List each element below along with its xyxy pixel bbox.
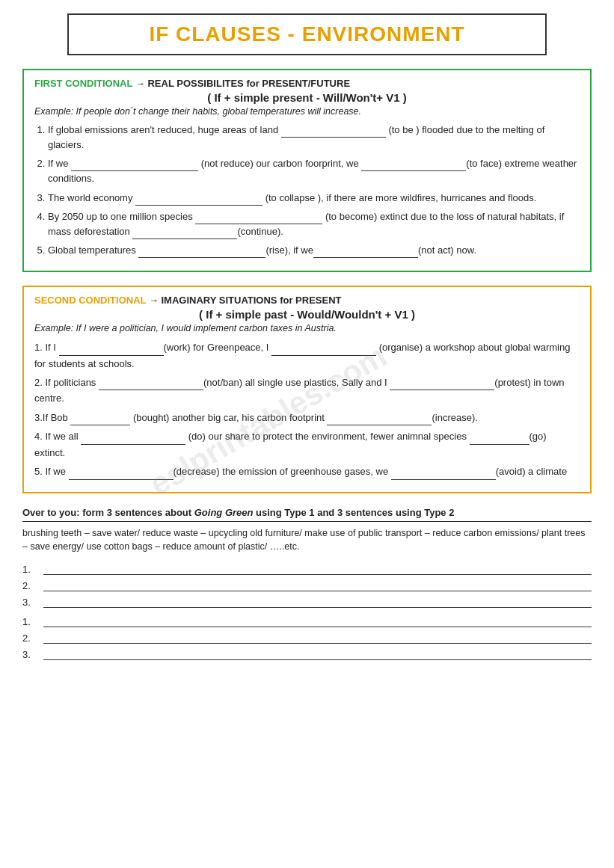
exercise-item: If global emissions aren't reduced, huge…	[48, 123, 580, 153]
writing-label-5: 2.	[22, 632, 39, 644]
writing-label-1: 1.	[22, 564, 39, 575]
blank	[69, 470, 174, 480]
first-conditional-example: Example: If people don´t change their ha…	[34, 106, 580, 117]
first-conditional-header: FIRST CONDITIONAL → REAL POSSIBILITES fo…	[34, 78, 580, 89]
page-title: IF CLAUSES - ENVIRONMENT	[149, 22, 464, 46]
exercise-item: 1. If I (work) for Greenpeace, I (organi…	[34, 339, 580, 372]
blank	[271, 345, 376, 356]
exercise-item: 3.If Bob (bought) another big car, his c…	[34, 410, 580, 425]
exercise-item: 4. If we all (do) our share to protect t…	[34, 428, 580, 461]
exercise-item: If we (not reduce) our carbon foorprint,…	[48, 156, 580, 186]
first-conditional-section: FIRST CONDITIONAL → REAL POSSIBILITES fo…	[22, 69, 592, 272]
first-conditional-exercises: If global emissions aren't reduced, huge…	[34, 123, 580, 258]
blank	[132, 229, 237, 239]
blank	[81, 434, 185, 445]
second-conditional-description: → IMAGINARY SITUATIONS for PRESENT	[149, 295, 342, 306]
blank	[138, 247, 265, 258]
first-conditional-description: → REAL POSSIBILITES for PRESENT/FUTURE	[135, 78, 350, 89]
second-conditional-formula: ( If + simple past - Would/Wouldn't + V1…	[34, 308, 580, 321]
over-to-you-section: Over to you: form 3 sentences about Goin…	[22, 507, 592, 661]
writing-item-2: 2.	[22, 579, 592, 591]
writing-line-3	[43, 596, 592, 608]
second-conditional-section: SECOND CONDITIONAL → IMAGINARY SITUATION…	[22, 286, 592, 493]
blank	[70, 415, 130, 425]
type2-writing-group: 1. 2. 3.	[22, 615, 592, 660]
first-conditional-label: FIRST CONDITIONAL	[34, 78, 132, 89]
blank	[390, 380, 494, 390]
type1-writing-group: 1. 2. 3.	[22, 563, 592, 608]
writing-label-3: 3.	[22, 597, 39, 608]
exercise-item: 5. If we (decrease) the emission of gree…	[34, 464, 580, 479]
writing-item-4: 1.	[22, 615, 592, 627]
blank	[470, 434, 529, 445]
blank	[391, 470, 496, 480]
vocab-line: brushing teeth – save water/ reduce wast…	[22, 526, 592, 555]
over-to-you-header: Over to you: form 3 sentences about Goin…	[22, 507, 592, 522]
blank	[195, 214, 322, 224]
title-box: IF CLAUSES - ENVIRONMENT	[67, 13, 547, 55]
exercise-item: Global temperatures (rise), if we(not ac…	[48, 243, 580, 258]
blank	[135, 195, 263, 206]
writing-label-6: 3.	[22, 649, 39, 660]
writing-line-6	[43, 648, 592, 660]
writing-item-1: 1.	[22, 563, 592, 575]
blank	[71, 161, 198, 171]
writing-line-5	[43, 632, 592, 644]
blank	[281, 127, 386, 138]
exercise-item: By 2050 up to one million species (to be…	[48, 209, 580, 239]
second-conditional-exercises: 1. If I (work) for Greenpeace, I (organi…	[34, 339, 580, 480]
oty-italic: Going Green	[194, 507, 254, 518]
second-conditional-example: Example: If I were a politician, I would…	[34, 323, 580, 333]
exercise-item: The world economy (to collapse ), if the…	[48, 191, 580, 206]
writing-item-5: 2.	[22, 632, 592, 644]
blank	[327, 415, 432, 425]
writing-line-2	[43, 579, 592, 591]
writing-item-6: 3.	[22, 648, 592, 660]
writing-line-4	[43, 615, 592, 627]
oty-label: Over to you: form 3 sentences about	[22, 507, 194, 518]
second-conditional-label: SECOND CONDITIONAL	[34, 295, 146, 306]
second-conditional-header: SECOND CONDITIONAL → IMAGINARY SITUATION…	[34, 295, 580, 306]
blank	[361, 161, 466, 171]
writing-line-1	[43, 563, 592, 575]
writing-label-2: 2.	[22, 580, 39, 591]
first-conditional-formula: ( If + simple present - Will/Won't+ V1 )	[34, 91, 580, 104]
blank	[313, 247, 418, 258]
writing-label-4: 1.	[22, 616, 39, 627]
blank	[59, 345, 164, 356]
blank	[99, 380, 203, 390]
oty-label2: using Type 1 and 3 sentences using Type …	[253, 507, 454, 518]
writing-item-3: 3.	[22, 596, 592, 608]
exercise-item: 2. If politicians (not/ban) all single u…	[34, 375, 580, 407]
